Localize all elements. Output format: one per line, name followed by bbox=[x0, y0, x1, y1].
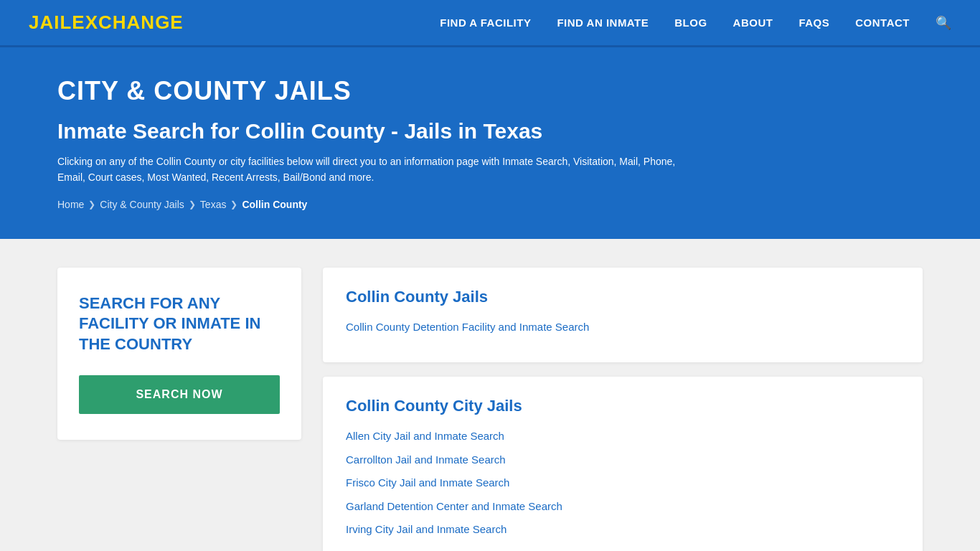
carrollton-jail-link[interactable]: Carrollton Jail and Inmate Search bbox=[346, 452, 900, 468]
city-jails-title: Collin County City Jails bbox=[346, 397, 900, 415]
breadcrumb: Home ❯ City & County Jails ❯ Texas ❯ Col… bbox=[57, 199, 923, 210]
nav-faqs[interactable]: FAQs bbox=[798, 17, 829, 29]
nav-contact[interactable]: CONTACT bbox=[855, 17, 910, 29]
nav-links: FIND A FACILITY FIND AN INMATE BLOG ABOU… bbox=[440, 15, 951, 31]
nav-blog[interactable]: BLOG bbox=[674, 17, 707, 29]
hero-description: Clicking on any of the Collin County or … bbox=[57, 154, 703, 186]
county-jails-card: Collin County Jails Collin County Detent… bbox=[323, 268, 923, 363]
hero-category: CITY & COUNTY JAILS bbox=[57, 76, 923, 106]
navbar: JAILEXCHANGE FIND A FACILITY FIND AN INM… bbox=[0, 0, 980, 47]
breadcrumb-sep3: ❯ bbox=[230, 199, 237, 209]
irving-city-jail-link[interactable]: Irving City Jail and Inmate Search bbox=[346, 522, 900, 538]
jails-panel: Collin County Jails Collin County Detent… bbox=[323, 268, 923, 551]
search-icon[interactable]: 🔍 bbox=[936, 15, 951, 31]
hero-title: Inmate Search for Collin County - Jails … bbox=[57, 119, 923, 143]
allen-city-jail-link[interactable]: Allen City Jail and Inmate Search bbox=[346, 428, 900, 445]
search-panel: SEARCH FOR ANY FACILITY OR INMATE IN THE… bbox=[57, 268, 301, 440]
county-jails-title: Collin County Jails bbox=[346, 288, 900, 306]
nav-about[interactable]: ABOUT bbox=[733, 17, 773, 29]
city-jails-card: Collin County City Jails Allen City Jail… bbox=[323, 377, 923, 551]
breadcrumb-current: Collin County bbox=[242, 199, 307, 210]
nav-find-facility[interactable]: FIND A FACILITY bbox=[440, 17, 531, 29]
breadcrumb-home[interactable]: Home bbox=[57, 199, 84, 210]
frisco-city-jail-link[interactable]: Frisco City Jail and Inmate Search bbox=[346, 475, 900, 491]
search-now-button[interactable]: SEARCH NOW bbox=[79, 375, 280, 414]
breadcrumb-state[interactable]: Texas bbox=[200, 199, 227, 210]
breadcrumb-city-county[interactable]: City & County Jails bbox=[100, 199, 184, 210]
logo-part2: EXCHANGE bbox=[72, 11, 183, 33]
hero-section: CITY & COUNTY JAILS Inmate Search for Co… bbox=[0, 47, 980, 239]
nav-find-inmate[interactable]: FIND AN INMATE bbox=[557, 17, 649, 29]
collin-county-detention-link[interactable]: Collin County Detention Facility and Inm… bbox=[346, 319, 900, 336]
logo-part1: JAIL bbox=[29, 11, 72, 33]
content-area: SEARCH FOR ANY FACILITY OR INMATE IN THE… bbox=[0, 239, 980, 551]
garland-detention-link[interactable]: Garland Detention Center and Inmate Sear… bbox=[346, 499, 900, 515]
breadcrumb-sep1: ❯ bbox=[88, 199, 95, 209]
search-promo-text: SEARCH FOR ANY FACILITY OR INMATE IN THE… bbox=[79, 293, 280, 355]
site-logo[interactable]: JAILEXCHANGE bbox=[29, 11, 184, 34]
breadcrumb-sep2: ❯ bbox=[189, 199, 196, 209]
